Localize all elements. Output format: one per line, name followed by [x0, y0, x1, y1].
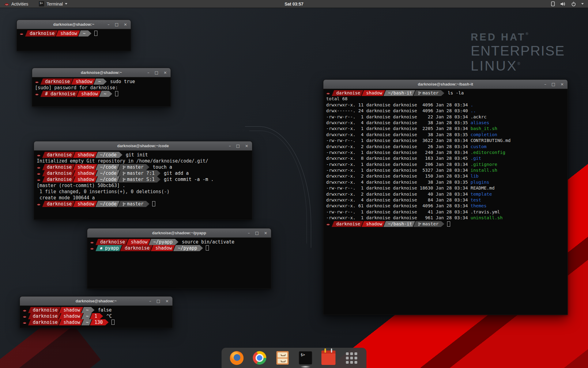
close-icon[interactable]: ×	[165, 299, 169, 303]
minimize-icon[interactable]: –	[248, 231, 250, 235]
dock-item-toolbox[interactable]	[322, 351, 336, 365]
titlebar[interactable]: darknoise@shadow:~/bash-it – □ ×	[323, 80, 567, 89]
minimize-icon[interactable]: –	[149, 299, 151, 303]
command-text: git commit -a -m .	[164, 176, 214, 182]
dock-item-files[interactable]	[276, 351, 290, 365]
ls-row-meta: -rwxrwxr-x. 1 darknoise darknoise 2205 J…	[326, 126, 470, 131]
terminal-output-line: create mode 100644 a	[35, 195, 252, 201]
minimize-icon[interactable]: –	[107, 22, 110, 26]
ls-row-filename: plugins	[470, 180, 489, 185]
terminal-window-code[interactable]: darknoise@shadow:~/code – □ × darknoise …	[34, 141, 252, 220]
ls-row-meta: drwxrwxr-x. 4 darknoise darknoise 38 Jan…	[326, 120, 470, 125]
ls-row-filename: install.sh	[470, 168, 497, 173]
close-icon[interactable]: ×	[245, 144, 248, 148]
git-branch-icon	[418, 222, 421, 226]
prompt-segment-user: darknoise	[42, 152, 75, 158]
maximize-icon[interactable]: □	[155, 71, 158, 75]
git-branch-icon	[123, 178, 126, 182]
terminal-cursor	[447, 221, 450, 227]
app-menu-terminal[interactable]: $> Terminal	[37, 0, 69, 8]
toolbox-icon	[322, 353, 336, 365]
prompt-segment-user: darknoise	[42, 201, 75, 207]
maximize-icon[interactable]: □	[255, 231, 259, 235]
activities-button[interactable]: Activities	[3, 0, 29, 8]
titlebar[interactable]: darknoise@shadow:~ – □ ×	[17, 20, 131, 29]
redhat-prompt-icon	[33, 91, 40, 97]
maximize-icon[interactable]: □	[236, 144, 240, 148]
system-status-area[interactable]	[551, 1, 588, 6]
prompt-segment-path: ~/pyapp	[149, 239, 178, 245]
terminal-window-bash-it[interactable]: darknoise@shadow:~/bash-it – □ × darknoi…	[323, 79, 568, 315]
redhat-prompt-icon	[21, 319, 28, 325]
ls-row-meta: -rw-rw-r--. 1 darknoise darknoise 18630 …	[326, 186, 470, 190]
maximize-icon[interactable]: □	[115, 22, 119, 26]
dock-item-app-grid[interactable]	[345, 351, 359, 365]
ls-row-filename: completion	[470, 132, 497, 137]
titlebar[interactable]: darknoise@shadow:~/code – □ ×	[34, 141, 252, 151]
prompt-segment-git: master S:1	[118, 176, 160, 182]
prompt-segment-host: shadow	[56, 30, 80, 36]
terminal-window-pyapp[interactable]: darknoise@shadow:~/pyapp – □ × darknoise…	[87, 228, 271, 289]
clock[interactable]: Sat 03:57	[0, 2, 588, 6]
prompt-segment-host: shadow	[73, 176, 97, 182]
command-text: git init	[126, 152, 148, 158]
prompt-segment-virtualenv: pyapp	[96, 245, 122, 251]
app-grid-icon	[346, 352, 357, 364]
ls-row-meta: -rwxrwxr-x. 1 darknoise darknoise 206 Ja…	[326, 162, 470, 167]
minimize-icon[interactable]: –	[229, 144, 231, 148]
close-icon[interactable]: ×	[560, 82, 564, 86]
file-manager-icon	[277, 351, 289, 365]
ls-row-meta: -rw-rw-r--. 1 darknoise darknoise 41 Jan…	[326, 209, 470, 214]
git-branch-icon	[123, 166, 126, 169]
ls-row-filename: .ackrc	[470, 114, 486, 119]
prompt-segment-git: master	[118, 164, 149, 170]
terminal-cursor	[152, 201, 155, 206]
terminal-icon: $>	[299, 351, 312, 365]
prompt-segment-path: ~/code	[95, 170, 119, 176]
maximize-icon[interactable]: □	[552, 82, 555, 86]
close-icon[interactable]: ×	[264, 231, 267, 235]
ls-row-filename: bash_it.sh	[470, 126, 497, 131]
prompt-segment-user: # darknoise	[40, 91, 78, 97]
prompt-segment-path: ~	[99, 91, 112, 97]
prompt-segment-path: ~/bash-it	[383, 221, 415, 227]
prompt-segment-host: shadow	[73, 164, 97, 170]
terminal-screen[interactable]: darknoise shadow ~/pyapp source bin/acti…	[87, 238, 271, 251]
titlebar[interactable]: darknoise@shadow:~ – □ ×	[32, 68, 171, 77]
dock: $>	[222, 348, 367, 368]
redhat-prompt-icon	[21, 313, 28, 319]
terminal-window-sudo[interactable]: darknoise@shadow:~ – □ × darknoise shado…	[32, 68, 171, 107]
ls-row: drwxrwxr-x. 11 darknoise darknoise 4096 …	[324, 102, 567, 108]
close-icon[interactable]: ×	[124, 22, 127, 26]
firefox-icon	[230, 351, 243, 365]
dock-item-chrome[interactable]	[253, 351, 267, 365]
window-title: darknoise@shadow:~/bash-it	[323, 82, 567, 86]
maximize-icon[interactable]: □	[156, 299, 160, 303]
terminal-screen[interactable]: darknoise shadow ~	[17, 29, 131, 36]
terminal-window-home-1[interactable]: darknoise@shadow:~ – □ × darknoise shado…	[17, 20, 131, 51]
prompt-line: darknoise shadow ~/code master	[35, 201, 252, 207]
terminal-screen[interactable]: darknoise shadow ~ sudo true [sudo] pass…	[32, 77, 171, 97]
minimize-icon[interactable]: –	[544, 82, 546, 86]
titlebar[interactable]: darknoise@shadow:~ – □ ×	[20, 297, 172, 306]
git-branch-icon	[123, 202, 126, 206]
ls-row: -rwxrwxr-x. 1 darknoise darknoise 206 Ja…	[324, 162, 567, 167]
ls-row-filename: aliases	[470, 120, 489, 125]
prompt-segment-host: shadow	[77, 91, 101, 97]
minimize-icon[interactable]: –	[147, 71, 149, 75]
terminal-window-home-2[interactable]: darknoise@shadow:~ – □ × darknoise shado…	[20, 296, 173, 328]
redhat-prompt-icon	[35, 170, 42, 176]
terminal-screen[interactable]: darknoise shadow ~/code git init Initial…	[34, 151, 252, 207]
titlebar[interactable]: darknoise@shadow:~/pyapp – □ ×	[87, 228, 271, 238]
ls-row-filename: .git	[470, 156, 481, 161]
prompt-segment-host: shadow	[73, 170, 97, 176]
terminal-screen[interactable]: darknoise shadow ~/bash-it master ls -la…	[323, 89, 567, 227]
dock-item-terminal[interactable]: $>	[299, 351, 313, 365]
command-text: sudo true	[110, 79, 135, 85]
close-icon[interactable]: ×	[164, 71, 167, 75]
dock-item-firefox[interactable]	[230, 351, 244, 365]
command-text: false	[98, 307, 112, 313]
prompt-line: darknoise shadow ~ false	[21, 307, 172, 313]
app-menu-label: Terminal	[47, 2, 63, 6]
terminal-screen[interactable]: darknoise shadow ~ false darknoise shado…	[20, 306, 172, 325]
